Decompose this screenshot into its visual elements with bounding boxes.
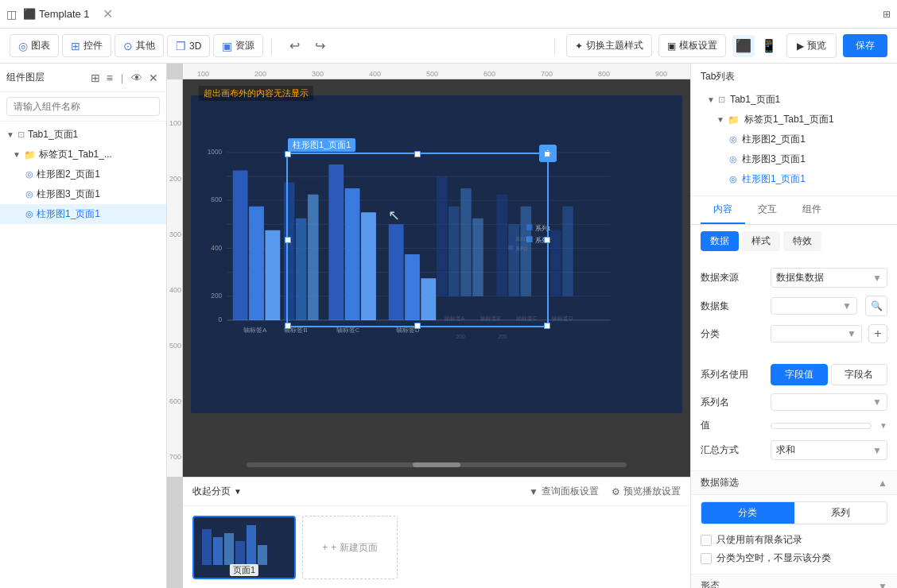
svg-text:0: 0 bbox=[219, 315, 223, 323]
svg-rect-34 bbox=[437, 176, 448, 296]
ruler-mark-400: 400 bbox=[369, 70, 381, 78]
aggregate-select[interactable]: 求和 ▼ bbox=[771, 440, 887, 460]
canvas-horizontal-scrollbar[interactable] bbox=[247, 462, 627, 467]
tab-content[interactable]: 内容 bbox=[701, 196, 745, 224]
svg-rect-41 bbox=[550, 230, 561, 296]
layer-separator: | bbox=[121, 72, 123, 83]
layer-search-input[interactable] bbox=[6, 97, 160, 116]
layer-panel-title: 组件图层 bbox=[6, 71, 45, 84]
layer-item-chart3[interactable]: ◎ 柱形图3_页面1 bbox=[0, 184, 166, 204]
layer-list-icon[interactable]: ≡ bbox=[105, 70, 115, 86]
right-chart3-label: 柱形图3_页面1 bbox=[742, 153, 806, 166]
ruler-v-400: 400 bbox=[169, 286, 181, 294]
redo-button[interactable]: ↪ bbox=[309, 35, 331, 57]
filter-tab-classify[interactable]: 分类 bbox=[701, 502, 794, 524]
main-canvas[interactable]: 1000 600 400 200 0 轴标签A bbox=[191, 95, 682, 413]
layer-item-folder[interactable]: ▼ 📁 标签页1_Tab1_... bbox=[0, 145, 166, 164]
other-button[interactable]: ⊙ 其他 bbox=[115, 34, 164, 57]
aggregate-chevron-icon: ▼ bbox=[872, 445, 882, 456]
query-panel-link[interactable]: ▼ 查询面板设置 bbox=[529, 485, 599, 498]
layer-chart1-label: 柱形图1_页面1 bbox=[37, 207, 100, 221]
limited-records-checkbox[interactable] bbox=[701, 535, 712, 546]
threed-button[interactable]: ❒ 3D bbox=[167, 35, 210, 57]
layer-item-tab1[interactable]: ▼ ⊡ Tab1_页面1 bbox=[0, 125, 166, 145]
filter-tab-series[interactable]: 系列 bbox=[794, 502, 887, 524]
page1-label: 页面1 bbox=[230, 564, 258, 576]
datasource-select[interactable]: 数据集数据 ▼ bbox=[771, 268, 887, 288]
chart-icon: ◎ bbox=[18, 40, 28, 52]
template-settings-button[interactable]: ▣ 模板设置 bbox=[658, 34, 726, 57]
chart-button[interactable]: ◎ 图表 bbox=[10, 34, 59, 57]
subtab-style[interactable]: 样式 bbox=[742, 231, 780, 251]
theme-switch-button[interactable]: ✦ 切换主题样式 bbox=[566, 34, 652, 57]
classify-add-button[interactable]: + bbox=[868, 324, 887, 343]
aggregate-value: 求和 bbox=[776, 443, 795, 457]
svg-text:轴标签C: 轴标签C bbox=[336, 327, 360, 334]
series-field-name-button[interactable]: 字段名 bbox=[831, 364, 888, 385]
scrollbar-thumb[interactable] bbox=[413, 462, 460, 467]
layer-grid-icon[interactable]: ⊞ bbox=[89, 70, 102, 86]
left-panel: 组件图层 ⊞ ≡ | 👁 ✕ ▼ ⊡ Tab1_页面1 ▼ 📁 标签 bbox=[0, 64, 167, 588]
new-page-button[interactable]: + + 新建页面 bbox=[302, 516, 398, 579]
right-tree-chart2[interactable]: ◎ 柱形图2_页面1 bbox=[701, 130, 887, 149]
layer-panel-actions: ⊞ ≡ | 👁 ✕ bbox=[89, 70, 160, 86]
preview-button[interactable]: ▶ 预览 bbox=[786, 33, 837, 58]
save-button[interactable]: 保存 bbox=[843, 34, 887, 57]
value-input[interactable] bbox=[771, 423, 872, 429]
svg-rect-40 bbox=[521, 207, 532, 296]
datasource-chevron-icon: ▼ bbox=[872, 273, 882, 284]
svg-text:轴标签D: 轴标签D bbox=[396, 327, 420, 334]
svg-text:轴标签B: 轴标签B bbox=[284, 327, 307, 334]
svg-rect-15 bbox=[265, 230, 280, 320]
collapse-pages-button[interactable]: 收起分页 ▼ bbox=[192, 485, 242, 498]
series-btn-group: 字段值 字段名 bbox=[771, 364, 887, 385]
undo-button[interactable]: ↩ bbox=[283, 35, 305, 57]
tab-icon: ⊡ bbox=[17, 130, 25, 140]
right-tree-tab1[interactable]: ▼ ⊡ Tab1_页面1 bbox=[701, 90, 887, 110]
svg-text:系列1: 系列1 bbox=[515, 237, 528, 242]
page-thumb-1[interactable]: 页面1 bbox=[192, 516, 296, 579]
layer-item-chart2[interactable]: ◎ 柱形图2_页面1 bbox=[0, 164, 166, 184]
layer-item-chart1[interactable]: ◎ 柱形图1_页面1 bbox=[0, 204, 166, 224]
resource-button[interactable]: ▣ 资源 bbox=[213, 34, 263, 57]
hide-empty-checkbox[interactable] bbox=[701, 553, 712, 564]
right-folder-label: 标签页1_Tab1_页面1 bbox=[744, 113, 834, 126]
datasource-label: 数据来源 bbox=[701, 271, 764, 284]
series-name-select[interactable]: ▼ bbox=[771, 393, 887, 411]
svg-rect-27 bbox=[421, 278, 436, 320]
shape-section-header[interactable]: 形态 ▼ bbox=[691, 574, 897, 588]
mobile-icon[interactable]: 📱 bbox=[758, 35, 780, 57]
desktop-icon[interactable]: ⬛ bbox=[732, 35, 755, 57]
tab-component[interactable]: 组件 bbox=[790, 196, 834, 224]
canvas-warning-text: 超出画布外的内容无法显示 bbox=[199, 86, 313, 101]
control-button[interactable]: ⊞ 控件 bbox=[62, 34, 111, 57]
collapse-chevron-icon: ▼ bbox=[234, 487, 242, 496]
visibility-toggle-icon[interactable]: 👁 bbox=[130, 70, 144, 86]
subtab-data[interactable]: 数据 bbox=[701, 231, 739, 251]
dataset-select[interactable]: ▼ bbox=[771, 297, 857, 315]
subtab-special[interactable]: 特效 bbox=[783, 231, 821, 251]
right-tree-chart1[interactable]: ◎ 柱形图1_页面1 bbox=[701, 169, 887, 189]
svg-rect-59 bbox=[258, 545, 267, 565]
svg-text:轴标签A: 轴标签A bbox=[243, 327, 266, 334]
series-use-label: 系列名使用 bbox=[701, 368, 764, 381]
dataset-search-button[interactable]: 🔍 bbox=[865, 296, 887, 316]
settings-icon: ⚙ bbox=[612, 486, 620, 497]
ruler-left: 100 200 300 400 500 600 700 bbox=[167, 79, 183, 477]
checkbox-hide-empty: 分类为空时，不显示该分类 bbox=[701, 549, 887, 567]
plus-icon: + bbox=[322, 542, 328, 553]
preview-settings-link[interactable]: ⚙ 预览播放设置 bbox=[612, 485, 681, 498]
dataset-label: 数据集 bbox=[701, 300, 764, 313]
svg-rect-36 bbox=[460, 188, 472, 296]
series-field-value-button[interactable]: 字段值 bbox=[771, 364, 828, 385]
svg-rect-17 bbox=[284, 183, 295, 320]
template-icon: ⬛ bbox=[23, 8, 36, 20]
classify-select[interactable]: ▼ bbox=[771, 325, 862, 342]
right-tree-folder[interactable]: ▼ 📁 标签页1_Tab1_页面1 bbox=[701, 110, 887, 130]
filter-section-header[interactable]: 数据筛选 ▲ bbox=[691, 470, 897, 495]
tab-close-button[interactable]: ✕ bbox=[99, 6, 116, 21]
right-tree-chart3[interactable]: ◎ 柱形图3_页面1 bbox=[701, 149, 887, 169]
tab-interaction[interactable]: 交互 bbox=[745, 196, 790, 224]
data-form-section: 数据来源 数据集数据 ▼ 数据集 ▼ 🔍 分类 ▼ + bbox=[691, 257, 897, 354]
layer-close-icon[interactable]: ✕ bbox=[147, 70, 160, 86]
